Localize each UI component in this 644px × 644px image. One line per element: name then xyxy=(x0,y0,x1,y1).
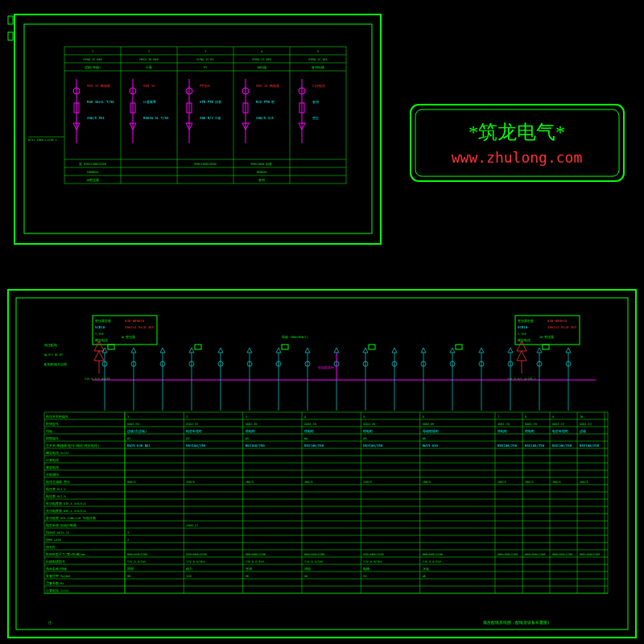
svg-text:2: 2 xyxy=(127,539,129,542)
svg-text:额定电流: 额定电流 xyxy=(518,338,530,342)
svg-text:电容补偿柜: 电容补偿柜 xyxy=(186,429,202,433)
svg-text:600/5: 600/5 xyxy=(127,481,136,484)
svg-text:额定电流: 额定电流 xyxy=(95,338,108,342)
svg-text:4: 4 xyxy=(304,415,306,419)
svg-text:5: 5 xyxy=(317,50,319,53)
svg-marker-165 xyxy=(508,348,513,353)
svg-text:空调: 空调 xyxy=(246,567,252,571)
svg-text:指示灯 AD16-22: 指示灯 AD16-22 xyxy=(45,530,69,535)
svg-marker-90 xyxy=(517,351,526,361)
svg-text:630~800kVA: 630~800kVA xyxy=(547,319,568,323)
svg-text:4: 4 xyxy=(261,50,262,53)
svg-rect-0 xyxy=(14,14,381,244)
svg-text:额定电流 In(A): 额定电流 In(A) xyxy=(46,451,69,455)
svg-text:10±2×2.5%/0.4kV: 10±2×2.5%/0.4kV xyxy=(547,325,577,329)
svg-text:W3: W3 xyxy=(246,437,249,440)
svg-text:3: 3 xyxy=(246,415,247,419)
svg-text:HKGG-10-04B: HKGG-10-04B xyxy=(139,58,158,61)
svg-text:馈电柜: 馈电柜 xyxy=(497,429,507,433)
bus-label: W(V)-10kV-LJ×50 L xyxy=(28,138,57,142)
svg-rect-170 xyxy=(543,345,549,349)
svg-text:W2: W2 xyxy=(186,437,189,440)
svg-text:GGD2-33: GGD2-33 xyxy=(552,423,564,426)
svg-text:DW15-630: DW15-630 xyxy=(423,444,439,448)
svg-text:SCB10-: SCB10- xyxy=(95,325,106,329)
svg-text:YJV-0.6/1kV: YJV-0.6/1kV xyxy=(127,560,147,564)
svg-marker-139 xyxy=(334,348,339,353)
upper-drawing: W(V)-10kV-LJ×50 L 1KYN4-12-04B进线(专线)VD4-… xyxy=(8,14,381,244)
svg-text:空位: 空位 xyxy=(312,116,319,120)
svg-text:2: 2 xyxy=(186,415,188,419)
svg-text:GTR-PTB 仪表: GTR-PTB 仪表 xyxy=(200,100,221,104)
svg-marker-122 xyxy=(218,348,223,353)
svg-text:200/5 3/A: 200/5 3/A xyxy=(256,116,274,120)
svg-text:计算电流 Ic(A): 计算电流 Ic(A) xyxy=(46,588,69,592)
svg-text:按钮 LA18: 按钮 LA18 xyxy=(46,538,61,542)
svg-text:W1: W1 xyxy=(127,437,130,440)
svg-text:800×600×2200: 800×600×2200 xyxy=(246,553,266,556)
svg-text:GGD2-39: GGD2-39 xyxy=(497,423,510,426)
svg-text:W4: W4 xyxy=(304,437,308,440)
svg-text:200/5 ZX4: 200/5 ZX4 xyxy=(87,116,105,120)
svg-text:800×600×2200: 800×600×2200 xyxy=(363,553,383,556)
svg-marker-156 xyxy=(450,348,455,353)
svg-text:进线: 进线 xyxy=(580,429,586,433)
note: 注: xyxy=(48,621,53,625)
svg-text:馈电柜: 馈电柜 xyxy=(245,429,255,433)
svg-marker-130 xyxy=(276,348,281,353)
svg-text:300/5: 300/5 xyxy=(246,481,254,484)
svg-text:DW15-630 NA1: DW15-630 NA1 xyxy=(127,444,151,448)
svg-rect-3 xyxy=(8,32,13,40)
svg-rect-74 xyxy=(415,109,619,176)
svg-text:NSX160/250: NSX160/250 xyxy=(246,444,266,448)
svg-text:PT: PT xyxy=(204,66,208,69)
svg-marker-89 xyxy=(517,341,526,351)
svg-text:电容补偿 自动控制器: 电容补偿 自动控制器 xyxy=(46,523,76,527)
svg-text:动力: 动力 xyxy=(186,567,192,571)
svg-text:GGD2-39: GGD2-39 xyxy=(304,423,316,426)
svg-text:低压配电: 低压配电 xyxy=(44,343,57,347)
svg-text:GGD2-33: GGD2-33 xyxy=(186,423,198,426)
svg-text:GGD2-39: GGD2-39 xyxy=(363,423,375,426)
feeders xyxy=(102,345,571,411)
svg-text:90: 90 xyxy=(304,575,308,578)
drawing-title: 低压配电系统图（配电室设备布置图) xyxy=(483,620,550,625)
param-cells: 1GGD2-63进线(主进线)W1DW15-630 NA1600/5800×60… xyxy=(127,415,600,578)
svg-rect-73 xyxy=(411,105,624,181)
svg-text:X00-R/V 2相: X00-R/V 2相 xyxy=(200,116,221,120)
svg-text:Y,Yn0: Y,Yn0 xyxy=(518,332,526,336)
svg-text:有功电度表 DTS-X 3×5(6)A: 有功电度表 DTS-X 3×5(6)A xyxy=(46,502,86,506)
svg-text:计量装置: 计量装置 xyxy=(143,100,156,104)
svg-text:进线(专线): 进线(专线) xyxy=(85,65,101,69)
svg-text:至 800×1500×2200: 至 800×1500×2200 xyxy=(79,162,106,166)
svg-text:母线联络柜: 母线联络柜 xyxy=(423,429,439,433)
svg-text:3: 3 xyxy=(204,50,206,53)
svg-text:VD4-12 断路器: VD4-12 断路器 xyxy=(256,84,279,88)
lower-drawing: 变压器容量 630~800kVA SCB10- 10±2×2.5%/0.4kV … xyxy=(8,290,636,638)
svg-text:ROO3A SL T/5A: ROO3A SL T/5A xyxy=(143,116,169,120)
svg-text:VD4-12: VD4-12 xyxy=(143,84,155,88)
svg-text:需要系数 Kx: 需要系数 Kx xyxy=(46,581,64,585)
svg-marker-135 xyxy=(305,348,310,353)
svg-rect-118 xyxy=(195,345,201,349)
svg-text:10: 10 xyxy=(580,415,583,419)
svg-text:1#出线: 1#出线 xyxy=(257,65,266,69)
svg-text:YJV-0.6/1kV: YJV-0.6/1kV xyxy=(304,560,324,564)
svg-text:SCB10-: SCB10- xyxy=(518,325,529,329)
svg-text:WL/PJ H1 RT: WL/PJ H1 RT xyxy=(44,353,64,357)
svg-text:1: 1 xyxy=(92,50,93,53)
svg-text:10±2×2.5%/0.4kV: 10±2×2.5%/0.4kV xyxy=(125,325,155,329)
svg-text:ROO-3A+1L T/5A: ROO-3A+1L T/5A xyxy=(87,100,114,104)
svg-text:回路编号: 回路编号 xyxy=(46,436,59,440)
svg-text:GGD2-39: GGD2-39 xyxy=(525,423,537,426)
svg-rect-2 xyxy=(8,16,13,24)
svg-text:200/5: 200/5 xyxy=(580,481,588,484)
svg-text:7: 7 xyxy=(497,415,499,419)
svg-text:800×1060 设备: 800×1060 设备 xyxy=(251,162,273,166)
cad-canvas: W(V)-10kV-LJ×50 L 1KYN4-12-04B进线(专线)VD4-… xyxy=(0,0,644,644)
svg-text:3: 3 xyxy=(127,531,129,535)
svg-text:NSX160/250: NSX160/250 xyxy=(525,444,545,448)
svg-marker-104 xyxy=(102,348,107,353)
svg-marker-143 xyxy=(363,348,368,353)
svg-text:KYN4-12-18B: KYN4-12-18B xyxy=(252,58,270,61)
